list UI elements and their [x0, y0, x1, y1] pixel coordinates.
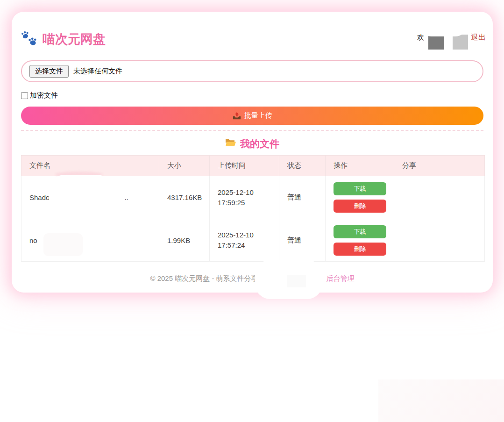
- outbox-tray-icon: [233, 112, 241, 120]
- redaction-blob: [419, 13, 467, 36]
- delete-button[interactable]: 删除: [334, 243, 386, 256]
- main-card: 喵次元网盘 欢 退出 选择文件 未选择任何文件 加密文件: [12, 12, 493, 293]
- col-header-upload-time: 上传时间: [210, 156, 279, 176]
- cell-upload-time: 2025-12-10 17:57:24: [210, 219, 279, 262]
- brand: 喵次元网盘: [21, 30, 106, 48]
- cell-upload-time: 2025-12-10 17:59:25: [210, 176, 279, 219]
- filename-text: Shado: [29, 193, 50, 201]
- filename-text-tail: ..: [124, 193, 128, 201]
- open-folder-icon: [225, 137, 236, 150]
- cell-status: 普通: [279, 176, 326, 219]
- copyright-text: © 2025 喵次元网盘 - 萌系文件分享: [150, 274, 258, 283]
- cell-size: 4317.16KB: [159, 176, 210, 219]
- welcome-text: 欢: [417, 33, 424, 42]
- choose-file-button[interactable]: 选择文件: [29, 65, 69, 78]
- delete-button[interactable]: 删除: [334, 200, 386, 213]
- encrypt-checkbox[interactable]: [21, 92, 28, 99]
- dashed-divider: [21, 130, 483, 131]
- col-header-share: 分享: [394, 156, 485, 176]
- cell-share: [394, 176, 485, 219]
- redacted-username-block: [453, 35, 468, 50]
- card-footer: © 2025 喵次元网盘 - 萌系文件分享 后台管理: [12, 274, 493, 283]
- col-header-size: 大小: [159, 156, 210, 176]
- cell-status: 普通: [279, 219, 326, 262]
- logout-link[interactable]: 退出: [471, 33, 486, 42]
- redaction-blob: [49, 175, 113, 212]
- redaction-blob: [378, 379, 504, 422]
- redaction-blob: [287, 275, 306, 287]
- page-title: 喵次元网盘: [43, 31, 106, 47]
- download-button[interactable]: 下载: [334, 225, 386, 238]
- redacted-username-block: [428, 35, 444, 50]
- redaction-blob: [43, 233, 83, 256]
- batch-upload-label: 批量上传: [244, 111, 272, 120]
- filename-text: no: [29, 236, 37, 244]
- cell-actions: 下载 删除: [326, 176, 394, 219]
- download-button[interactable]: 下载: [334, 182, 386, 195]
- batch-upload-button[interactable]: 批量上传: [21, 107, 483, 125]
- files-heading-label: 我的文件: [240, 137, 279, 150]
- paw-prints-icon: [21, 30, 38, 48]
- files-section-heading: 我的文件: [12, 137, 493, 150]
- col-header-actions: 操作: [326, 156, 394, 176]
- cell-size: 1.99KB: [159, 219, 210, 262]
- cell-actions: 下载 删除: [326, 219, 394, 262]
- encrypt-label: 加密文件: [30, 91, 58, 100]
- admin-link-label: 后台管理: [327, 274, 355, 283]
- page: 喵次元网盘 欢 退出 选择文件 未选择任何文件 加密文件: [0, 0, 504, 422]
- file-input-zone: 选择文件 未选择任何文件: [21, 60, 483, 82]
- file-input-status-text: 未选择任何文件: [73, 67, 122, 76]
- col-header-status: 状态: [279, 156, 326, 176]
- cell-share: [394, 219, 485, 262]
- encrypt-row: 加密文件: [21, 91, 483, 100]
